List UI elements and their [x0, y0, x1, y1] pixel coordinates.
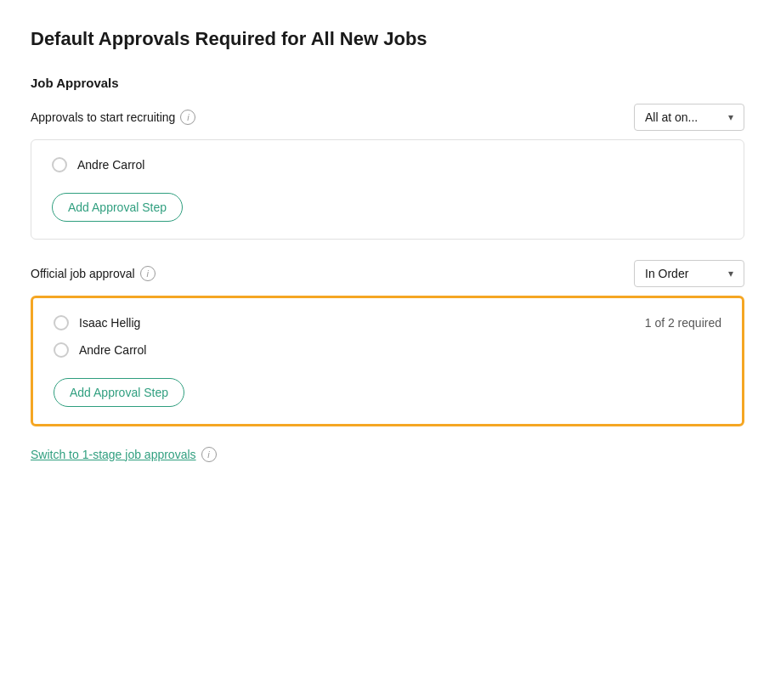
start-recruiting-card: Andre Carrol Add Approval Step [31, 139, 744, 240]
section-label-job-approvals: Job Approvals [31, 76, 744, 90]
official-approval-header: Official job approval i In Order ▾ [31, 260, 744, 287]
official-add-step-button[interactable]: Add Approval Step [54, 378, 184, 407]
official-approver-meta-isaac: 1 of 2 required [645, 316, 721, 330]
switch-link-info-icon[interactable]: i [201, 447, 217, 462]
start-recruiting-add-step-button[interactable]: Add Approval Step [52, 193, 183, 222]
official-approval-card: Isaac Hellig 1 of 2 required Andre Carro… [31, 296, 744, 426]
chevron-down-icon: ▾ [728, 111, 733, 123]
page-title: Default Approvals Required for All New J… [31, 27, 744, 52]
chevron-down-icon-official: ▾ [728, 268, 733, 279]
start-recruiting-dropdown-value: All at on... [645, 110, 698, 124]
start-recruiting-info-icon[interactable]: i [180, 110, 195, 125]
start-recruiting-radio-andre[interactable] [52, 157, 67, 172]
official-approver-name-isaac: Isaac Hellig [79, 316, 140, 330]
start-recruiting-dropdown[interactable]: All at on... ▾ [634, 104, 744, 131]
official-approver-row-andre: Andre Carrol [54, 342, 721, 358]
official-radio-isaac[interactable] [54, 315, 69, 330]
official-radio-andre[interactable] [54, 342, 69, 358]
official-approval-label: Official job approval [31, 267, 135, 280]
start-recruiting-header: Approvals to start recruiting i All at o… [31, 104, 744, 131]
start-recruiting-label: Approvals to start recruiting [31, 110, 175, 124]
official-approval-dropdown-value: In Order [645, 267, 688, 280]
switch-to-1-stage-link[interactable]: Switch to 1-stage job approvals [31, 448, 196, 461]
official-approver-row-isaac: Isaac Hellig 1 of 2 required [54, 315, 721, 330]
switch-link-row: Switch to 1-stage job approvals i [31, 447, 744, 462]
start-recruiting-approver-name: Andre Carrol [77, 158, 144, 172]
official-approval-dropdown[interactable]: In Order ▾ [634, 260, 744, 287]
start-recruiting-approver-row: Andre Carrol [52, 157, 723, 172]
official-approval-info-icon[interactable]: i [140, 266, 156, 281]
official-approver-name-andre: Andre Carrol [79, 343, 146, 357]
